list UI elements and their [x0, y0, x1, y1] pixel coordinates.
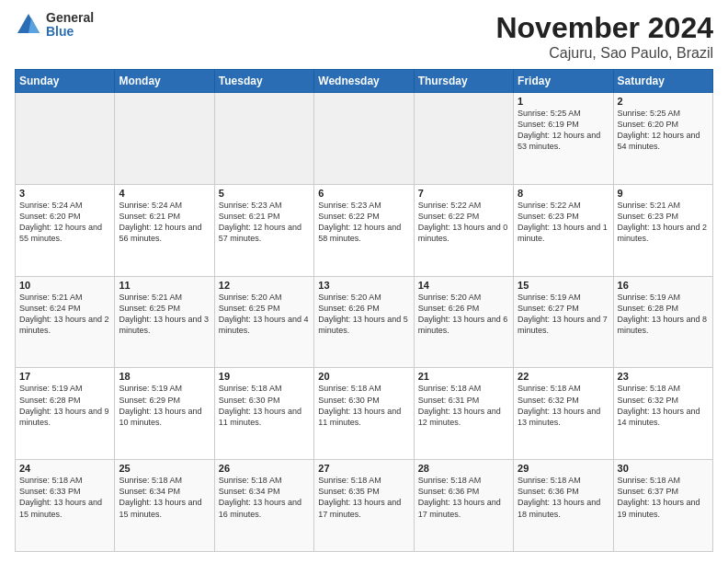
day-number: 17: [19, 371, 110, 382]
calendar-day-cell: 24Sunrise: 5:18 AM Sunset: 6:33 PM Dayli…: [16, 460, 115, 552]
day-number: 6: [318, 188, 409, 199]
day-info: Sunrise: 5:19 AM Sunset: 6:28 PM Dayligh…: [19, 383, 110, 428]
calendar-day-cell: 15Sunrise: 5:19 AM Sunset: 6:27 PM Dayli…: [514, 276, 613, 368]
calendar-day-cell: 23Sunrise: 5:18 AM Sunset: 6:32 PM Dayli…: [613, 368, 712, 460]
calendar-day-cell: 6Sunrise: 5:23 AM Sunset: 6:22 PM Daylig…: [314, 184, 414, 276]
day-info: Sunrise: 5:18 AM Sunset: 6:30 PM Dayligh…: [318, 383, 409, 428]
day-info: Sunrise: 5:20 AM Sunset: 6:26 PM Dayligh…: [418, 292, 509, 337]
calendar-day-cell: 21Sunrise: 5:18 AM Sunset: 6:31 PM Dayli…: [414, 368, 513, 460]
day-number: 9: [618, 188, 709, 199]
day-number: 26: [219, 463, 310, 474]
day-of-week-header: Monday: [115, 70, 214, 93]
day-number: 29: [518, 463, 609, 474]
calendar-week-row: 10Sunrise: 5:21 AM Sunset: 6:24 PM Dayli…: [16, 276, 713, 368]
day-info: Sunrise: 5:18 AM Sunset: 6:37 PM Dayligh…: [618, 475, 709, 520]
day-info: Sunrise: 5:19 AM Sunset: 6:28 PM Dayligh…: [618, 292, 709, 337]
day-info: Sunrise: 5:18 AM Sunset: 6:31 PM Dayligh…: [418, 383, 509, 428]
logo-icon: [15, 11, 42, 39]
day-number: 7: [418, 188, 509, 199]
day-number: 23: [618, 371, 709, 382]
calendar-day-cell: 13Sunrise: 5:20 AM Sunset: 6:26 PM Dayli…: [314, 276, 414, 368]
day-info: Sunrise: 5:22 AM Sunset: 6:23 PM Dayligh…: [518, 200, 609, 245]
calendar-day-cell: 25Sunrise: 5:18 AM Sunset: 6:34 PM Dayli…: [115, 460, 214, 552]
calendar-day-cell: 16Sunrise: 5:19 AM Sunset: 6:28 PM Dayli…: [613, 276, 712, 368]
day-of-week-header: Tuesday: [214, 70, 313, 93]
calendar-day-cell: 4Sunrise: 5:24 AM Sunset: 6:21 PM Daylig…: [115, 184, 214, 276]
day-info: Sunrise: 5:25 AM Sunset: 6:20 PM Dayligh…: [618, 108, 709, 153]
calendar-day-cell: 3Sunrise: 5:24 AM Sunset: 6:20 PM Daylig…: [16, 184, 115, 276]
day-of-week-header: Sunday: [16, 70, 115, 93]
calendar-day-cell: 19Sunrise: 5:18 AM Sunset: 6:30 PM Dayli…: [214, 368, 313, 460]
day-number: 15: [518, 280, 609, 291]
day-number: 3: [19, 188, 110, 199]
title-block: November 2024 Cajuru, Sao Paulo, Brazil: [495, 11, 713, 62]
calendar-day-cell: 17Sunrise: 5:19 AM Sunset: 6:28 PM Dayli…: [16, 368, 115, 460]
day-number: 16: [618, 280, 709, 291]
day-info: Sunrise: 5:18 AM Sunset: 6:32 PM Dayligh…: [618, 383, 709, 428]
day-info: Sunrise: 5:18 AM Sunset: 6:32 PM Dayligh…: [518, 383, 609, 428]
calendar-day-cell: [314, 93, 414, 185]
day-info: Sunrise: 5:18 AM Sunset: 6:34 PM Dayligh…: [219, 475, 310, 520]
calendar-day-cell: 2Sunrise: 5:25 AM Sunset: 6:20 PM Daylig…: [613, 93, 712, 185]
day-info: Sunrise: 5:23 AM Sunset: 6:21 PM Dayligh…: [219, 200, 310, 245]
day-number: 13: [318, 280, 409, 291]
day-number: 27: [318, 463, 409, 474]
page: General Blue November 2024 Cajuru, Sao P…: [0, 0, 728, 563]
day-number: 19: [219, 371, 310, 382]
day-info: Sunrise: 5:18 AM Sunset: 6:35 PM Dayligh…: [318, 475, 409, 520]
day-of-week-header: Wednesday: [314, 70, 414, 93]
day-number: 1: [518, 96, 609, 107]
calendar-week-row: 24Sunrise: 5:18 AM Sunset: 6:33 PM Dayli…: [16, 460, 713, 552]
day-number: 30: [618, 463, 709, 474]
calendar-day-cell: 26Sunrise: 5:18 AM Sunset: 6:34 PM Dayli…: [214, 460, 313, 552]
day-info: Sunrise: 5:21 AM Sunset: 6:23 PM Dayligh…: [618, 200, 709, 245]
calendar-day-cell: 8Sunrise: 5:22 AM Sunset: 6:23 PM Daylig…: [514, 184, 613, 276]
day-info: Sunrise: 5:21 AM Sunset: 6:25 PM Dayligh…: [119, 292, 210, 337]
day-of-week-header: Thursday: [414, 70, 513, 93]
calendar-day-cell: 18Sunrise: 5:19 AM Sunset: 6:29 PM Dayli…: [115, 368, 214, 460]
day-number: 8: [518, 188, 609, 199]
calendar-day-cell: 28Sunrise: 5:18 AM Sunset: 6:36 PM Dayli…: [414, 460, 513, 552]
day-number: 4: [119, 188, 210, 199]
day-number: 11: [119, 280, 210, 291]
calendar-day-cell: 7Sunrise: 5:22 AM Sunset: 6:22 PM Daylig…: [414, 184, 513, 276]
day-number: 22: [518, 371, 609, 382]
day-number: 2: [618, 96, 709, 107]
calendar-header: SundayMondayTuesdayWednesdayThursdayFrid…: [16, 70, 713, 93]
logo: General Blue: [15, 11, 94, 40]
day-info: Sunrise: 5:24 AM Sunset: 6:21 PM Dayligh…: [119, 200, 210, 245]
day-number: 21: [418, 371, 509, 382]
calendar-day-cell: 12Sunrise: 5:20 AM Sunset: 6:25 PM Dayli…: [214, 276, 313, 368]
calendar-day-cell: 1Sunrise: 5:25 AM Sunset: 6:19 PM Daylig…: [514, 93, 613, 185]
day-info: Sunrise: 5:18 AM Sunset: 6:34 PM Dayligh…: [119, 475, 210, 520]
day-number: 25: [119, 463, 210, 474]
day-info: Sunrise: 5:20 AM Sunset: 6:25 PM Dayligh…: [219, 292, 310, 337]
day-number: 5: [219, 188, 310, 199]
calendar-week-row: 3Sunrise: 5:24 AM Sunset: 6:20 PM Daylig…: [16, 184, 713, 276]
calendar-week-row: 1Sunrise: 5:25 AM Sunset: 6:19 PM Daylig…: [16, 93, 713, 185]
title-month: November 2024: [495, 11, 713, 45]
day-number: 10: [19, 280, 110, 291]
calendar-day-cell: 9Sunrise: 5:21 AM Sunset: 6:23 PM Daylig…: [613, 184, 712, 276]
calendar-day-cell: 14Sunrise: 5:20 AM Sunset: 6:26 PM Dayli…: [414, 276, 513, 368]
calendar-day-cell: 5Sunrise: 5:23 AM Sunset: 6:21 PM Daylig…: [214, 184, 313, 276]
calendar-day-cell: 29Sunrise: 5:18 AM Sunset: 6:36 PM Dayli…: [514, 460, 613, 552]
day-info: Sunrise: 5:18 AM Sunset: 6:30 PM Dayligh…: [219, 383, 310, 428]
day-number: 24: [19, 463, 110, 474]
day-number: 18: [119, 371, 210, 382]
calendar-body: 1Sunrise: 5:25 AM Sunset: 6:19 PM Daylig…: [16, 93, 713, 552]
day-info: Sunrise: 5:19 AM Sunset: 6:29 PM Dayligh…: [119, 383, 210, 428]
day-info: Sunrise: 5:20 AM Sunset: 6:26 PM Dayligh…: [318, 292, 409, 337]
day-info: Sunrise: 5:24 AM Sunset: 6:20 PM Dayligh…: [19, 200, 110, 245]
day-info: Sunrise: 5:25 AM Sunset: 6:19 PM Dayligh…: [518, 108, 609, 153]
calendar-day-cell: [115, 93, 214, 185]
day-number: 20: [318, 371, 409, 382]
day-header-row: SundayMondayTuesdayWednesdayThursdayFrid…: [16, 70, 713, 93]
day-number: 14: [418, 280, 509, 291]
calendar-day-cell: 11Sunrise: 5:21 AM Sunset: 6:25 PM Dayli…: [115, 276, 214, 368]
calendar-day-cell: 30Sunrise: 5:18 AM Sunset: 6:37 PM Dayli…: [613, 460, 712, 552]
calendar-week-row: 17Sunrise: 5:19 AM Sunset: 6:28 PM Dayli…: [16, 368, 713, 460]
calendar-day-cell: [214, 93, 313, 185]
day-of-week-header: Saturday: [613, 70, 712, 93]
header: General Blue November 2024 Cajuru, Sao P…: [15, 11, 713, 62]
